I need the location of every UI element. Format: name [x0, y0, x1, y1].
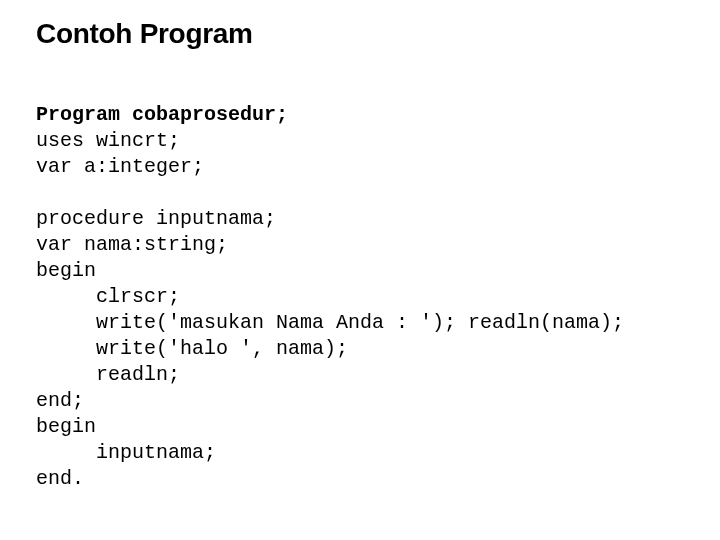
slide-title: Contoh Program: [36, 18, 684, 50]
code-line: procedure inputnama;: [36, 207, 276, 230]
code-line: write('halo ', nama);: [36, 337, 348, 360]
code-line: begin: [36, 259, 96, 282]
code-line: var a:integer;: [36, 155, 204, 178]
code-line: inputnama;: [36, 441, 216, 464]
code-line: uses wincrt;: [36, 129, 180, 152]
slide: Contoh Program Program cobaprosedur; use…: [0, 0, 720, 540]
code-line: begin: [36, 415, 96, 438]
code-line: end;: [36, 389, 84, 412]
code-line: Program cobaprosedur;: [36, 103, 288, 126]
code-block: Program cobaprosedur; uses wincrt; var a…: [36, 76, 684, 492]
code-line: var nama:string;: [36, 233, 228, 256]
code-line: clrscr;: [36, 285, 180, 308]
code-line: write('masukan Nama Anda : '); readln(na…: [36, 311, 624, 334]
code-line: readln;: [36, 363, 180, 386]
code-line: end.: [36, 467, 84, 490]
